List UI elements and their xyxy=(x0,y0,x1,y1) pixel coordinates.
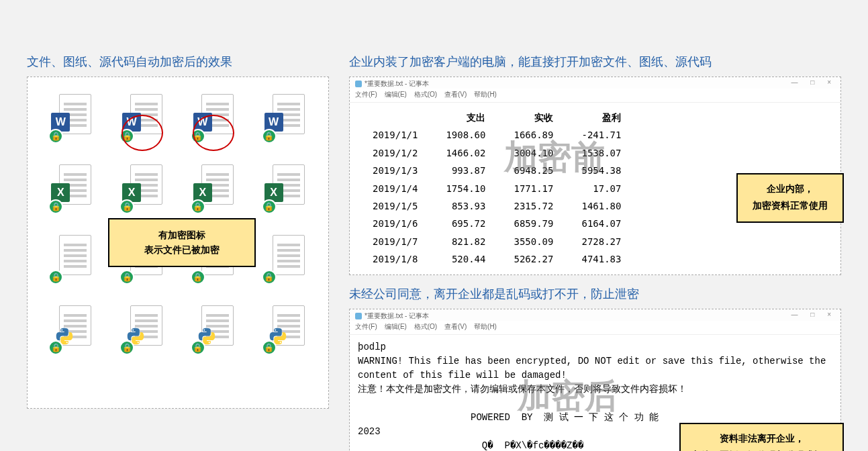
table-row: 2019/1/3993.876948.255954.38 xyxy=(359,162,634,179)
table-cell: 2019/1/3 xyxy=(359,162,431,179)
table-row: 2019/1/5853.932315.721461.80 xyxy=(359,198,634,214)
table-cell: 2019/1/7 xyxy=(359,234,431,250)
table-cell: 1771.17 xyxy=(500,181,567,197)
callout-line1: 资料非法离开企业， xyxy=(690,431,833,448)
table-cell: 520.44 xyxy=(432,251,499,267)
lock-icon: 🔒 xyxy=(48,340,63,355)
notepad-content-after[interactable]: 加密后 þodlp WARNING! This file has been en… xyxy=(350,335,840,451)
file-word-1: W🔒 xyxy=(41,91,102,144)
callout-external: 资料非法离开企业， 文件、图纸、源代码都乱码或打不开 xyxy=(679,423,844,451)
tooltip-line2: 表示文件已被加密 xyxy=(117,242,246,257)
table-cell: 5954.38 xyxy=(568,162,634,179)
callout-line2: 加密资料正常使用 xyxy=(747,198,833,215)
table-cell: 1666.89 xyxy=(500,127,567,143)
menu-view[interactable]: 查看(V) xyxy=(444,323,467,330)
file-word-4: W🔒 xyxy=(254,91,315,144)
notepad-menu[interactable]: 文件(F) 编辑(E) 格式(O) 查看(V) 帮助(H) xyxy=(350,89,840,103)
encrypted-files-panel: W🔒 W🔒 W🔒 W🔒 X🔒 X🔒 X🔒 X🔒 🔒 🔒 🔒 🔒 🔒 🔒 🔒 xyxy=(27,77,329,409)
lock-icon: 🔒 xyxy=(119,199,134,214)
window-controls[interactable]: — □ × xyxy=(791,311,836,318)
file-python-3: 🔒 xyxy=(183,302,244,356)
table-cell: 2019/1/4 xyxy=(359,181,431,197)
highlight-circle xyxy=(193,115,234,151)
table-cell: 1466.02 xyxy=(432,145,499,161)
notepad-icon xyxy=(355,81,362,87)
lock-icon: 🔒 xyxy=(48,199,63,214)
lock-icon: 🔒 xyxy=(191,340,205,355)
table-cell: 4741.83 xyxy=(568,251,634,267)
file-python-1: 🔒 xyxy=(41,302,102,356)
lock-icon: 🔒 xyxy=(48,129,63,144)
window-controls[interactable]: — □ × xyxy=(791,79,836,86)
menu-help[interactable]: 帮助(H) xyxy=(474,323,497,330)
table-cell: 993.87 xyxy=(432,162,499,179)
table-row: 2019/1/21466.023004.101538.07 xyxy=(359,145,634,161)
lock-icon: 🔒 xyxy=(262,270,277,285)
notepad-after: — □ × *重要数据.txt - 记事本 文件(F) 编辑(E) 格式(O) … xyxy=(349,309,841,451)
table-cell: 1461.80 xyxy=(568,198,634,214)
table-cell: 6164.07 xyxy=(568,215,634,232)
menu-edit[interactable]: 编辑(E) xyxy=(385,91,407,98)
tooltip-line1: 有加密图标 xyxy=(117,228,246,242)
file-text-1: 🔒 xyxy=(41,232,102,285)
table-cell: 5262.27 xyxy=(500,251,567,267)
lock-icon: 🔒 xyxy=(119,270,134,285)
table-cell: 2315.72 xyxy=(500,198,567,214)
lock-icon: 🔒 xyxy=(262,129,277,144)
table-cell: -241.71 xyxy=(568,127,634,143)
file-excel-3: X🔒 xyxy=(183,161,244,215)
table-cell: 1538.07 xyxy=(568,145,634,161)
table-cell: 2019/1/6 xyxy=(359,215,431,232)
notepad-before: — □ × *重要数据.txt - 记事本 文件(F) 编辑(E) 格式(O) … xyxy=(349,77,841,275)
table-cell: 2019/1/2 xyxy=(359,145,431,161)
table-cell: 6859.79 xyxy=(500,215,567,232)
callout-line1: 企业内部， xyxy=(747,181,833,198)
table-cell: 2728.27 xyxy=(568,234,634,250)
lock-icon: 🔒 xyxy=(262,199,277,214)
menu-file[interactable]: 文件(F) xyxy=(355,91,377,98)
table-cell: 17.07 xyxy=(568,181,634,197)
file-excel-2: X🔒 xyxy=(112,161,173,215)
file-text-4: 🔒 xyxy=(254,232,315,285)
table-row: 2019/1/8520.445262.274741.83 xyxy=(359,251,634,267)
financial-table: 支出实收盈利 2019/1/11908.601666.89-241.712019… xyxy=(358,108,636,269)
table-cell: 821.82 xyxy=(432,234,499,250)
left-title: 文件、图纸、源代码自动加密后的效果 xyxy=(27,54,329,70)
lock-icon: 🔒 xyxy=(191,199,205,214)
table-cell: 2019/1/8 xyxy=(359,251,431,267)
table-cell: 853.93 xyxy=(432,198,499,214)
tooltip-encrypted: 有加密图标 表示文件已被加密 xyxy=(108,218,256,267)
file-excel-1: X🔒 xyxy=(41,161,102,215)
lock-icon: 🔒 xyxy=(48,270,63,285)
file-word-3: W🔒 xyxy=(183,91,244,144)
table-cell: 2019/1/5 xyxy=(359,198,431,214)
menu-format[interactable]: 格式(O) xyxy=(414,323,437,330)
lock-icon: 🔒 xyxy=(262,340,277,355)
table-row: 2019/1/41754.101771.1717.07 xyxy=(359,181,634,197)
notepad-content-before[interactable]: 加密前 支出实收盈利 2019/1/11908.601666.89-241.71… xyxy=(350,103,840,274)
notepad-titlebar: *重要数据.txt - 记事本 xyxy=(350,77,840,89)
table-cell: 3004.10 xyxy=(500,145,567,161)
right-bottom-title: 未经公司同意，离开企业都是乱码或打不开，防止泄密 xyxy=(349,286,841,302)
menu-file[interactable]: 文件(F) xyxy=(355,323,377,330)
table-cell: 1908.60 xyxy=(432,127,499,143)
callout-internal: 企业内部， 加密资料正常使用 xyxy=(736,173,844,223)
notepad-titlebar: *重要数据.txt - 记事本 xyxy=(350,309,840,321)
right-top-title: 企业内装了加密客户端的电脑，能直接打开加密文件、图纸、源代码 xyxy=(349,54,841,70)
file-python-2: 🔒 xyxy=(112,302,173,356)
table-cell: 6948.25 xyxy=(500,162,567,179)
file-word-2: W🔒 xyxy=(112,91,173,144)
table-cell: 3550.09 xyxy=(500,234,567,250)
lock-icon: 🔒 xyxy=(119,340,134,355)
table-row: 2019/1/6695.726859.796164.07 xyxy=(359,215,634,232)
notepad-menu[interactable]: 文件(F) 编辑(E) 格式(O) 查看(V) 帮助(H) xyxy=(350,321,840,335)
table-cell: 695.72 xyxy=(432,215,499,232)
menu-help[interactable]: 帮助(H) xyxy=(474,91,497,98)
menu-format[interactable]: 格式(O) xyxy=(414,91,437,98)
lock-icon: 🔒 xyxy=(191,270,205,285)
notepad-icon xyxy=(355,313,362,319)
menu-view[interactable]: 查看(V) xyxy=(444,91,467,98)
table-cell: 2019/1/1 xyxy=(359,127,431,143)
menu-edit[interactable]: 编辑(E) xyxy=(385,323,407,330)
file-python-4: 🔒 xyxy=(254,302,315,356)
